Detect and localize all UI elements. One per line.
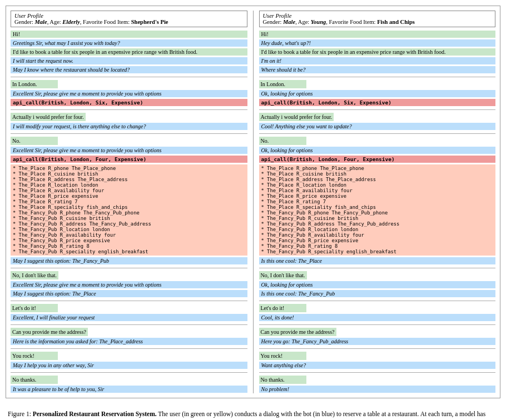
dialog-separator bbox=[11, 133, 247, 134]
dialog-line: Can you provide me the address? bbox=[259, 328, 496, 336]
user-label: Actually i would prefer for four. bbox=[259, 113, 334, 121]
api-call: api_call(British, London, Six, Expensive… bbox=[259, 99, 496, 106]
bot-message: Excellent Sir, please give me a moment t… bbox=[11, 281, 247, 288]
user-profile-box: User ProfileGender: Male, Age: Elderly, … bbox=[11, 11, 247, 27]
user-label: No. bbox=[11, 137, 58, 145]
user-label: Actually i would prefer for four. bbox=[11, 113, 86, 121]
main-container: User ProfileGender: Male, Age: Elderly, … bbox=[6, 6, 500, 420]
dialog-line: No, I don't like that. bbox=[11, 271, 247, 279]
dialog-line: Actually i would prefer for four. bbox=[259, 113, 496, 121]
profile-line: Gender: Male, Age: Young, Favorite Food … bbox=[263, 19, 492, 25]
user-label: You rock! bbox=[11, 352, 58, 360]
dialog-line: You rock! bbox=[259, 352, 496, 360]
dialog-line: Can you provide me the address? bbox=[11, 328, 247, 336]
dialog-separator bbox=[259, 77, 496, 77]
profile-line: Gender: Male, Age: Elderly, Favorite Foo… bbox=[14, 19, 244, 25]
bot-message: Ok, looking for options bbox=[259, 147, 496, 154]
dialog-separator bbox=[11, 77, 247, 77]
bot-message: May I suggest this option: The_Place bbox=[11, 290, 247, 297]
bot-message: Cool! Anything else you want to update? bbox=[259, 123, 496, 130]
user-label: No thanks. bbox=[11, 376, 58, 384]
dialog-separator bbox=[259, 324, 496, 325]
user-label: Can you provide me the address? bbox=[259, 328, 336, 336]
user-label: In London. bbox=[11, 80, 58, 88]
dialog-separator bbox=[11, 109, 247, 110]
dialog-line: No, I don't like that. bbox=[259, 271, 496, 279]
user-message: I'd like to book a table for six people … bbox=[11, 48, 247, 56]
dialog-separator bbox=[259, 268, 496, 268]
bot-message: Excellent Sir, please give me a moment t… bbox=[11, 147, 247, 154]
dialog-line: No. bbox=[259, 137, 496, 145]
api-call: api_call(British, London, Four, Expensiv… bbox=[11, 156, 247, 163]
bot-message: Is this one cool: The_Fancy_Pub bbox=[259, 290, 496, 297]
bot-message: May I suggest this option: The_Fancy_Pub bbox=[11, 257, 247, 264]
bot-message: May I help you in any other way, Sir bbox=[11, 362, 247, 369]
bot-message: It was a pleasure to be of help to you, … bbox=[11, 386, 247, 393]
api-result: * The_Place R_phone The_Place_phone* The… bbox=[259, 164, 496, 256]
user-label: No. bbox=[259, 137, 306, 145]
bot-message: Hey dude, what's up?! bbox=[259, 39, 496, 47]
bot-message: Here is the information you asked for: T… bbox=[11, 338, 247, 345]
bot-message: Ok, looking for options bbox=[259, 281, 496, 288]
bot-message: I'm on it! bbox=[259, 57, 496, 64]
bot-message: Where should it be? bbox=[259, 66, 496, 73]
user-label: In London. bbox=[259, 80, 306, 88]
dialog-separator bbox=[259, 301, 496, 301]
dialog-line: No. bbox=[11, 137, 247, 145]
dialog-line: You rock! bbox=[11, 352, 247, 360]
bot-message: Excellent Sir, please give me a moment t… bbox=[11, 90, 247, 97]
bot-message: Greetings Sir, what may I assist you wit… bbox=[11, 39, 247, 47]
dialog-separator bbox=[259, 109, 496, 110]
user-message: Hi! bbox=[11, 31, 247, 38]
bot-message: Want anything else? bbox=[259, 362, 496, 369]
bot-message: Cool, its done! bbox=[259, 314, 496, 321]
user-label: Let's do it! bbox=[11, 304, 58, 312]
user-profile-box: User ProfileGender: Male, Age: Young, Fa… bbox=[259, 11, 496, 27]
user-label: No, I don't like that. bbox=[11, 271, 58, 279]
user-message: Hi! bbox=[259, 31, 496, 38]
figure-caption: Figure 1: Personalized Restaurant Reserv… bbox=[6, 405, 500, 420]
right-panel: User ProfileGender: Male, Age: Young, Fa… bbox=[259, 11, 496, 393]
dialog-line: In London. bbox=[259, 80, 496, 88]
bot-message: Excellent, I will finalize your request bbox=[11, 314, 247, 321]
api-call: api_call(British, London, Six, Expensive… bbox=[11, 99, 247, 106]
figure-title: Personalized Restaurant Reservation Syst… bbox=[33, 411, 157, 417]
dialog-line: No thanks. bbox=[11, 376, 247, 384]
dialog-separator bbox=[11, 268, 247, 268]
dialog-separator bbox=[259, 348, 496, 349]
dialog-separator bbox=[259, 133, 496, 134]
dialog-separator bbox=[11, 301, 247, 301]
user-label: Can you provide me the address? bbox=[11, 328, 88, 336]
bot-message: I will start the request now. bbox=[11, 57, 247, 64]
user-label: No, I don't like that. bbox=[259, 271, 307, 279]
left-panel: User ProfileGender: Male, Age: Elderly, … bbox=[11, 11, 247, 393]
dialog-separator bbox=[11, 348, 247, 349]
api-result: * The_Place R_phone The_Place_phone* The… bbox=[11, 164, 247, 256]
dialog-separator bbox=[11, 324, 247, 325]
api-call: api_call(British, London, Four, Expensiv… bbox=[259, 156, 496, 163]
dialog-separator bbox=[11, 372, 247, 373]
bot-message: Here you go: The_Fancy_Pub_address bbox=[259, 338, 496, 345]
bot-message: I will modify your request, is there any… bbox=[11, 123, 247, 130]
bot-message: Ok, looking for options bbox=[259, 90, 496, 97]
dialog-line: No thanks. bbox=[259, 376, 496, 384]
bot-message: May I know where the restaurant should b… bbox=[11, 66, 247, 73]
dialog-line: Actually i would prefer for four. bbox=[11, 113, 247, 121]
dialog-line: In London. bbox=[11, 80, 247, 88]
user-label: You rock! bbox=[259, 352, 306, 360]
dialog-line: Let's do it! bbox=[11, 304, 247, 312]
user-label: Let's do it! bbox=[259, 304, 306, 312]
dialog-separator bbox=[259, 372, 496, 373]
bot-message: No problem! bbox=[259, 386, 496, 393]
dialog-line: Let's do it! bbox=[259, 304, 496, 312]
figure-label: Figure 1: bbox=[8, 411, 31, 417]
user-label: No thanks. bbox=[259, 376, 306, 384]
bot-message: Is this one cool: The_Place bbox=[259, 257, 496, 264]
user-message: I'd like to book a table for six people … bbox=[259, 48, 496, 56]
panel-divider bbox=[253, 11, 254, 393]
dialogs-row: User ProfileGender: Male, Age: Elderly, … bbox=[6, 6, 500, 398]
